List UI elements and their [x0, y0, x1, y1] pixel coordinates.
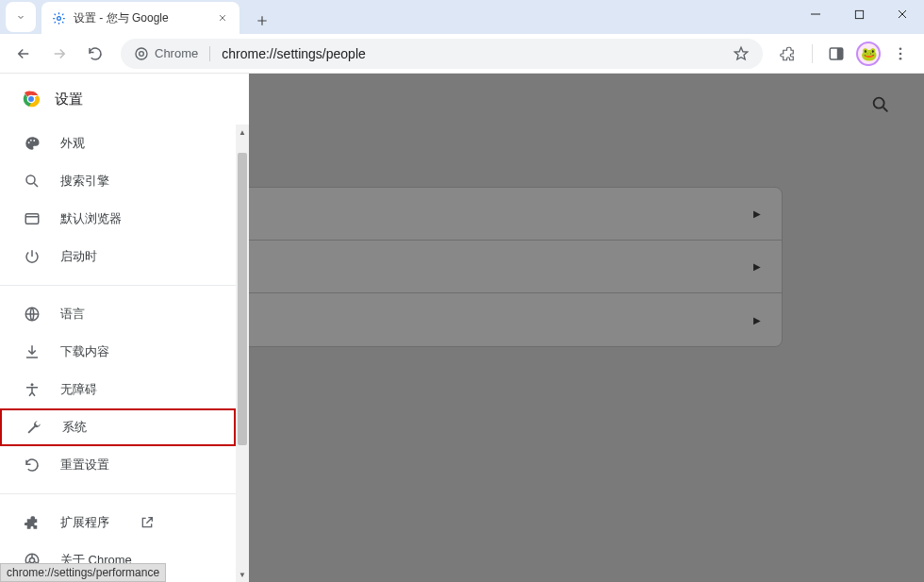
tab-close-button[interactable] — [215, 10, 230, 25]
download-icon — [23, 342, 41, 361]
close-icon — [897, 8, 908, 20]
sidebar-item-system[interactable]: 系统 — [0, 408, 236, 446]
power-icon — [23, 247, 41, 266]
close-window-button[interactable] — [881, 0, 924, 28]
sidebar-item-label: 下载内容 — [60, 343, 109, 360]
restore-icon — [23, 456, 41, 474]
svg-rect-5 — [837, 48, 843, 59]
sidebar-item-downloads[interactable]: 下载内容 — [0, 333, 236, 371]
search-icon — [870, 94, 891, 115]
sidebar-scroll: 外观 搜索引擎 默认浏览器 启动时 — [0, 125, 236, 582]
sidebar-item-label: 无障碍 — [60, 381, 97, 398]
svg-rect-1 — [855, 10, 863, 18]
sidebar-item-appearance[interactable]: 外观 — [0, 125, 236, 162]
new-tab-button[interactable] — [249, 8, 275, 34]
browser-tab[interactable]: 设置 - 您与 Google — [41, 2, 239, 34]
chevron-down-icon — [15, 11, 26, 23]
plus-icon — [256, 14, 269, 27]
svg-point-16 — [26, 175, 35, 184]
puzzle-icon — [23, 513, 41, 532]
sidebar-divider — [0, 285, 236, 286]
sidebar-item-label: 重置设置 — [60, 457, 109, 474]
chrome-logo-icon — [21, 89, 41, 109]
sidebar-item-search-engine[interactable]: 搜索引擎 — [0, 162, 236, 200]
sidebar-item-label: 系统 — [62, 419, 87, 436]
side-panel-button[interactable] — [820, 38, 852, 70]
scrollbar-thumb[interactable] — [238, 153, 247, 445]
close-icon — [218, 13, 227, 23]
svg-point-8 — [899, 57, 902, 59]
toolbar-divider — [812, 44, 813, 63]
scroll-down-icon[interactable]: ▼ — [236, 567, 249, 582]
svg-point-7 — [899, 52, 902, 55]
svg-point-21 — [29, 557, 34, 562]
svg-rect-17 — [25, 214, 39, 224]
maximize-icon — [854, 9, 865, 20]
svg-point-2 — [136, 48, 147, 59]
maximize-button[interactable] — [837, 0, 881, 28]
reload-icon — [87, 45, 104, 62]
minimize-icon — [810, 8, 821, 20]
sidebar-divider — [0, 493, 236, 494]
sidebar-item-label: 搜索引擎 — [60, 173, 109, 190]
extensions-button[interactable] — [772, 38, 804, 70]
svg-point-6 — [899, 47, 902, 50]
profile-button[interactable]: 🐸 — [856, 42, 881, 66]
title-bar: 设置 - 您与 Google — [0, 0, 924, 34]
chevron-right-icon: ▶ — [753, 261, 761, 272]
sidebar-header: 设置 — [0, 74, 249, 125]
open-external-icon — [140, 515, 155, 530]
reload-button[interactable] — [79, 38, 111, 70]
tab-title: 设置 - 您与 Google — [74, 10, 215, 26]
back-button[interactable] — [8, 38, 40, 70]
browser-icon — [23, 209, 41, 228]
window-controls — [794, 0, 924, 34]
tab-search-button[interactable] — [6, 2, 36, 32]
bookmark-button[interactable] — [733, 45, 750, 62]
sidebar-item-label: 启动时 — [60, 248, 97, 265]
scroll-up-icon[interactable]: ▲ — [236, 125, 249, 140]
site-info[interactable]: Chrome — [134, 46, 210, 61]
profile-icon: 🐸 — [861, 46, 877, 61]
menu-button[interactable] — [884, 38, 916, 70]
chrome-label: Chrome — [155, 46, 198, 60]
sidebar-item-languages[interactable]: 语言 — [0, 295, 236, 333]
chevron-right-icon: ▶ — [753, 208, 761, 219]
svg-point-9 — [874, 98, 884, 108]
sidebar-item-label: 默认浏览器 — [60, 210, 122, 227]
address-bar[interactable]: Chrome chrome://settings/people — [121, 39, 763, 69]
sidebar-item-accessibility[interactable]: 无障碍 — [0, 371, 236, 408]
forward-button[interactable] — [43, 38, 75, 70]
star-icon — [733, 45, 750, 62]
sidebar-scrollbar[interactable]: ▲ ▼ — [236, 125, 249, 582]
arrow-left-icon — [15, 45, 32, 62]
chevron-right-icon: ▶ — [753, 315, 761, 325]
status-bar: chrome://settings/performance — [0, 563, 166, 582]
gear-icon — [51, 10, 66, 25]
sidebar-item-label: 扩展程序 — [60, 514, 109, 531]
panel-icon — [828, 45, 845, 62]
sidebar-item-default-browser[interactable]: 默认浏览器 — [0, 200, 236, 238]
puzzle-icon — [780, 45, 797, 62]
chrome-icon — [134, 46, 149, 61]
sidebar-item-extensions[interactable]: 扩展程序 — [0, 504, 236, 541]
dots-vertical-icon — [892, 45, 909, 62]
search-settings-button[interactable] — [870, 94, 891, 115]
status-text: chrome://settings/performance — [7, 566, 159, 579]
svg-point-0 — [57, 16, 60, 20]
svg-point-3 — [140, 51, 144, 56]
accessibility-icon — [23, 380, 41, 399]
search-icon — [23, 172, 41, 191]
globe-icon — [23, 305, 41, 324]
sidebar-item-on-startup[interactable]: 启动时 — [0, 238, 236, 275]
url-text: chrome://settings/people — [222, 46, 733, 61]
svg-point-14 — [30, 140, 32, 141]
sidebar-item-label: 语言 — [60, 306, 85, 323]
content-area: ▶ gle 服务 ▶ ▶ 设置 外观 — [0, 74, 924, 582]
sidebar-item-reset[interactable]: 重置设置 — [0, 446, 236, 484]
wrench-icon — [25, 418, 43, 437]
arrow-right-icon — [51, 45, 68, 62]
minimize-button[interactable] — [794, 0, 837, 28]
svg-point-19 — [31, 383, 34, 386]
svg-point-13 — [28, 141, 30, 143]
